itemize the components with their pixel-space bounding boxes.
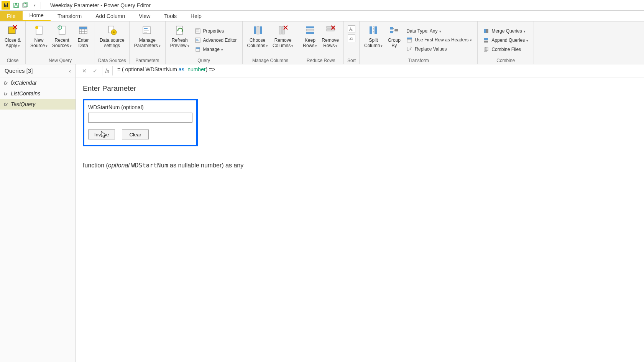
svg-rect-58 bbox=[390, 27, 393, 29]
close-apply-button[interactable]: Close & Apply bbox=[2, 22, 23, 58]
new-source-label: New Source bbox=[30, 38, 45, 48]
sort-desc-button[interactable]: Z↓ bbox=[348, 34, 355, 42]
combine-files-button[interactable]: Combine Files bbox=[481, 46, 530, 53]
group-new-query: New Source Recent Sources Enter Data New… bbox=[26, 21, 95, 64]
svg-rect-56 bbox=[375, 26, 377, 34]
remove-rows-button[interactable]: Remove Rows bbox=[319, 22, 341, 58]
data-type-button[interactable]: Data Type: Any bbox=[405, 28, 473, 34]
save-icon[interactable] bbox=[12, 2, 20, 9]
choose-columns-icon bbox=[251, 24, 264, 37]
qat-dropdown-icon[interactable]: ▾ bbox=[31, 2, 38, 9]
tab-help[interactable]: Help bbox=[184, 11, 209, 21]
tab-view[interactable]: View bbox=[132, 11, 157, 21]
remove-columns-icon bbox=[276, 24, 289, 37]
enter-data-label: Enter Data bbox=[78, 38, 89, 48]
svg-rect-43 bbox=[260, 26, 262, 34]
svg-rect-63 bbox=[407, 38, 412, 39]
append-icon bbox=[483, 37, 489, 43]
svg-rect-45 bbox=[282, 26, 284, 34]
new-source-button[interactable]: New Source bbox=[28, 22, 50, 58]
split-column-icon bbox=[367, 24, 380, 37]
data-sources-group-label: Data Sources bbox=[97, 58, 127, 64]
svg-rect-41 bbox=[254, 26, 256, 34]
svg-line-61 bbox=[393, 28, 395, 30]
parameters-group-label: Parameters bbox=[132, 58, 163, 64]
remove-rows-icon bbox=[324, 24, 337, 37]
svg-rect-23 bbox=[79, 27, 87, 29]
data-source-settings-label: Data source settings bbox=[100, 38, 125, 48]
svg-rect-49 bbox=[306, 29, 314, 31]
group-transform: Split Column Group By Data Type: Any Use… bbox=[360, 21, 478, 64]
query-group-label: Query bbox=[168, 58, 240, 64]
refresh-icon bbox=[173, 24, 186, 37]
svg-rect-71 bbox=[484, 41, 488, 43]
svg-rect-1 bbox=[5, 5, 7, 7]
sort-group-label: Sort bbox=[346, 58, 357, 64]
svg-rect-30 bbox=[144, 32, 147, 33]
choose-columns-button[interactable]: Choose Columns bbox=[245, 22, 270, 58]
svg-rect-70 bbox=[484, 38, 488, 40]
choose-columns-label: Choose Columns bbox=[247, 38, 266, 48]
properties-button[interactable]: Properties bbox=[193, 28, 238, 34]
ribbon-body: Close & Apply Close New Source Recent So… bbox=[0, 21, 644, 64]
remove-columns-button[interactable]: Remove Columns bbox=[270, 22, 296, 58]
group-reduce-rows: Keep Rows Remove Rows Reduce Rows bbox=[298, 21, 344, 64]
svg-rect-2 bbox=[7, 3, 8, 7]
tab-add-column[interactable]: Add Column bbox=[89, 11, 132, 21]
svg-point-26 bbox=[113, 31, 115, 33]
merge-queries-label: Merge Queries bbox=[491, 28, 522, 34]
keep-rows-button[interactable]: Keep Rows bbox=[301, 22, 319, 58]
keep-rows-icon bbox=[304, 24, 317, 37]
recent-sources-button[interactable]: Recent Sources bbox=[50, 22, 74, 58]
svg-rect-50 bbox=[306, 32, 314, 34]
svg-rect-29 bbox=[144, 30, 149, 31]
manage-button[interactable]: Manage bbox=[193, 46, 238, 53]
use-first-row-button[interactable]: Use First Row as Headers bbox=[405, 36, 473, 43]
keep-rows-label: Keep Rows bbox=[303, 38, 315, 48]
svg-rect-40 bbox=[196, 48, 200, 49]
manage-parameters-label: Manage Parameters bbox=[134, 38, 158, 48]
advanced-editor-button[interactable]: Advanced Editor bbox=[193, 37, 238, 44]
merge-queries-button[interactable]: Merge Queries bbox=[481, 28, 530, 34]
sort-asc-button[interactable]: A↓ bbox=[348, 25, 355, 33]
refresh-preview-label: Refresh Preview bbox=[170, 38, 188, 48]
svg-rect-59 bbox=[390, 31, 393, 33]
close-group-label: Close bbox=[2, 58, 23, 64]
refresh-preview-button[interactable]: Refresh Preview bbox=[168, 22, 192, 58]
enter-data-button[interactable]: Enter Data bbox=[74, 22, 92, 58]
svg-text:2: 2 bbox=[411, 46, 412, 49]
split-column-button[interactable]: Split Column bbox=[362, 22, 385, 58]
svg-rect-69 bbox=[486, 29, 488, 33]
tab-file[interactable]: File bbox=[0, 11, 23, 21]
replace-values-label: Replace Values bbox=[415, 46, 447, 52]
append-queries-button[interactable]: Append Queries bbox=[481, 37, 530, 44]
advanced-editor-label: Advanced Editor bbox=[203, 38, 237, 43]
group-by-label: Group By bbox=[388, 38, 401, 48]
reduce-rows-group-label: Reduce Rows bbox=[301, 58, 341, 64]
replace-values-icon: 12 bbox=[406, 46, 412, 52]
manage-parameters-button[interactable]: Manage Parameters bbox=[132, 22, 163, 58]
save-as-icon[interactable] bbox=[21, 2, 29, 9]
tab-transform[interactable]: Transform bbox=[51, 11, 89, 21]
tab-tools[interactable]: Tools bbox=[157, 11, 184, 21]
combine-files-icon bbox=[483, 46, 489, 52]
title-bar: ▾ Weekday Parameter - Power Query Editor bbox=[0, 0, 644, 11]
manage-parameters-icon bbox=[141, 24, 154, 37]
tab-home[interactable]: Home bbox=[23, 11, 51, 21]
group-combine: Merge Queries Append Queries Combine Fil… bbox=[478, 21, 534, 64]
replace-values-button[interactable]: 12Replace Values bbox=[405, 46, 473, 52]
manage-columns-group-label: Manage Columns bbox=[245, 58, 296, 64]
combine-group-label: Combine bbox=[480, 58, 531, 64]
combine-files-label: Combine Files bbox=[491, 47, 521, 52]
group-by-button[interactable]: Group By bbox=[385, 22, 403, 58]
ribbon-tabs: File Home Transform Add Column View Tool… bbox=[0, 11, 644, 21]
group-query: Refresh Preview Properties Advanced Edit… bbox=[166, 21, 243, 64]
separator bbox=[41, 2, 41, 9]
data-source-settings-button[interactable]: Data source settings bbox=[97, 22, 127, 58]
transform-group-label: Transform bbox=[362, 58, 475, 64]
svg-rect-0 bbox=[4, 3, 5, 7]
svg-rect-36 bbox=[196, 38, 200, 43]
data-source-settings-icon bbox=[105, 24, 118, 37]
svg-rect-4 bbox=[15, 3, 17, 5]
close-apply-icon bbox=[6, 24, 19, 37]
